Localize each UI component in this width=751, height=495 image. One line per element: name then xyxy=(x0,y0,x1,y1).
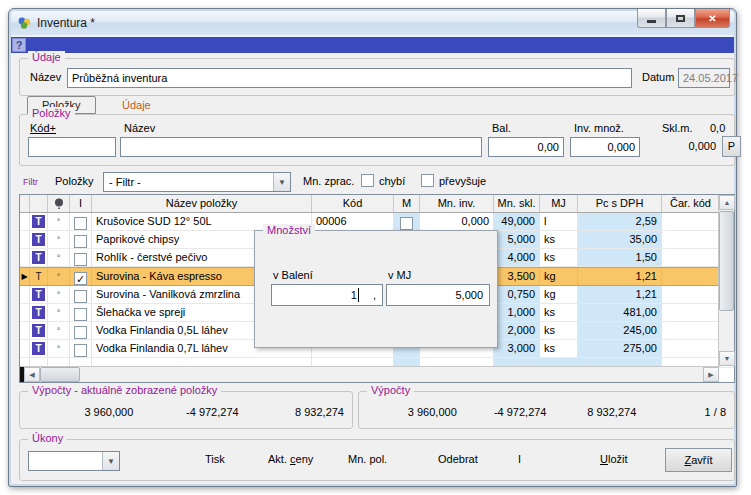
nazev-search-input[interactable] xyxy=(120,137,482,157)
type-cell: T xyxy=(30,322,48,339)
filter-polozky-label: Položky xyxy=(55,175,94,187)
v-baleni-input[interactable]: 1 , xyxy=(271,284,383,306)
type-badge: T xyxy=(32,306,45,319)
tisk-button[interactable]: Tisk xyxy=(205,453,225,465)
calc-value: 8 932,274 xyxy=(239,406,344,418)
row-checkbox[interactable] xyxy=(74,326,87,339)
row-checkbox[interactable] xyxy=(74,253,87,266)
scroll-down-icon[interactable]: ▼ xyxy=(719,351,735,366)
type-cell: T xyxy=(30,268,48,285)
help-button[interactable]: ? xyxy=(12,38,26,52)
ukony-group: Úkony ▼ Tisk Akt. ceny Mn. pol. Odebrat … xyxy=(19,439,735,481)
vypocty-label: Výpočty xyxy=(367,384,414,396)
dot-cell: ° xyxy=(48,340,70,357)
vertical-scroll-thumb[interactable] xyxy=(719,211,734,311)
mn-skl: 4,000 xyxy=(494,249,540,266)
kod-input[interactable] xyxy=(28,137,116,157)
header-marker-col xyxy=(20,195,30,212)
pc-s-dph: 35,00 xyxy=(578,231,662,248)
checkbox-cell xyxy=(70,213,92,230)
row-checkbox[interactable] xyxy=(74,290,87,303)
vertical-scrollbar[interactable]: ▲ ▼ xyxy=(718,195,734,366)
header-car-kod[interactable]: Čar. kód xyxy=(662,195,720,212)
header-mn-inv[interactable]: Mn. inv. xyxy=(420,195,494,212)
status-dot-icon: ° xyxy=(57,290,61,300)
header-mn-skl[interactable]: Mn. skl. xyxy=(494,195,540,212)
checkbox-cell xyxy=(70,304,92,321)
tab-udaje[interactable]: Údaje xyxy=(122,97,151,115)
inventura-window: Inventura * ✕ ? Údaje Název Průběžná inv… xyxy=(8,8,737,487)
bal-label: Bal. xyxy=(492,122,511,134)
row-checkbox[interactable] xyxy=(74,272,87,285)
horizontal-scroll-thumb[interactable] xyxy=(40,367,80,382)
text-cursor xyxy=(358,288,359,302)
row-checkbox[interactable] xyxy=(74,308,87,321)
akt-ceny-button[interactable]: Akt. ceny xyxy=(268,453,313,465)
minimize-button[interactable] xyxy=(637,9,666,28)
filter-select[interactable]: - Filtr - ▼ xyxy=(103,172,291,192)
bal-input[interactable]: 0,00 xyxy=(488,137,564,157)
header-nazev-polozky[interactable]: Název položky xyxy=(92,195,312,212)
chevron-down-icon[interactable]: ▼ xyxy=(102,452,119,470)
horizontal-scrollbar[interactable]: ◀ ▶ xyxy=(20,366,719,382)
pc-s-dph: 245,00 xyxy=(578,322,662,339)
nazev-input[interactable]: Průběžná inventura xyxy=(67,68,632,88)
mj: l xyxy=(540,213,578,230)
car-kod xyxy=(662,340,720,357)
sklm-value: 0,000 xyxy=(652,140,716,152)
pc-s-dph: 1,50 xyxy=(578,249,662,266)
type-cell: T xyxy=(30,340,48,357)
calc-value: 3 960,000 xyxy=(367,406,457,418)
checkbox-cell xyxy=(70,231,92,248)
kod-column-sort-label[interactable]: Kód+ xyxy=(30,122,56,134)
row-checkbox[interactable] xyxy=(74,235,87,248)
status-dot-icon: ° xyxy=(57,235,61,245)
car-kod xyxy=(662,231,720,248)
close-button[interactable]: ✕ xyxy=(695,9,730,28)
status-dot-icon: ° xyxy=(57,253,61,263)
row-checkbox[interactable] xyxy=(74,217,87,230)
type-badge: T xyxy=(32,342,45,355)
sklm-label: Skl.m. xyxy=(662,122,693,134)
row-checkbox[interactable] xyxy=(74,344,87,357)
header-pc-s-dph[interactable]: Pc s DPH xyxy=(578,195,662,212)
zavrit-button[interactable]: Zavřít xyxy=(665,448,732,472)
scroll-right-icon[interactable]: ▶ xyxy=(703,367,719,382)
inv-mnoz-input[interactable]: 0,000 xyxy=(570,137,640,157)
mj: ks xyxy=(540,231,578,248)
mn-inv: 0,000 xyxy=(420,213,494,230)
udaje-group: Údaje Název Průběžná inventura Datum 24.… xyxy=(19,58,735,96)
chybi-checkbox[interactable] xyxy=(361,174,374,187)
car-kod xyxy=(662,322,720,339)
car-kod xyxy=(662,268,720,285)
status-dot-icon: ° xyxy=(57,326,61,336)
scroll-up-icon[interactable]: ▲ xyxy=(719,195,735,210)
mnozstvi-popup-title: Množství xyxy=(263,224,315,236)
vypocty-values: 3 960,000 -4 972,274 8 932,274 1 / 8 xyxy=(367,406,726,418)
v-mj-input[interactable]: 5,000 xyxy=(386,284,490,306)
table-row[interactable]: T°Krušovice SUD 12° 50L000060,00049,000l… xyxy=(20,213,734,231)
m-checkbox[interactable] xyxy=(400,217,413,230)
p-button[interactable]: P xyxy=(722,136,741,157)
title-bar[interactable]: Inventura * xyxy=(11,11,734,35)
header-mj[interactable]: MJ xyxy=(540,195,578,212)
checkbox-cell xyxy=(70,249,92,266)
odebrat-button[interactable]: Odebrat xyxy=(438,453,478,465)
chevron-down-icon[interactable]: ▼ xyxy=(273,173,290,191)
mn-skl: 3,000 xyxy=(494,340,540,357)
prevysuje-checkbox[interactable] xyxy=(421,174,434,187)
ukony-select[interactable]: ▼ xyxy=(28,451,120,471)
item-code: 00006 xyxy=(312,213,394,230)
header-i[interactable]: I xyxy=(70,195,92,212)
header-balloon-col[interactable] xyxy=(48,195,70,212)
header-m[interactable]: M xyxy=(394,195,420,212)
i-button[interactable]: I xyxy=(518,453,521,465)
close-icon: ✕ xyxy=(708,13,716,24)
chybi-label: chybí xyxy=(379,175,405,187)
maximize-button[interactable] xyxy=(666,9,695,28)
ulozit-button[interactable]: Uložit xyxy=(600,453,628,465)
scroll-left-icon[interactable]: ◀ xyxy=(24,367,40,382)
header-kod[interactable]: Kód xyxy=(312,195,394,212)
mn-pol-button[interactable]: Mn. pol. xyxy=(348,453,387,465)
app-icon xyxy=(17,16,32,30)
